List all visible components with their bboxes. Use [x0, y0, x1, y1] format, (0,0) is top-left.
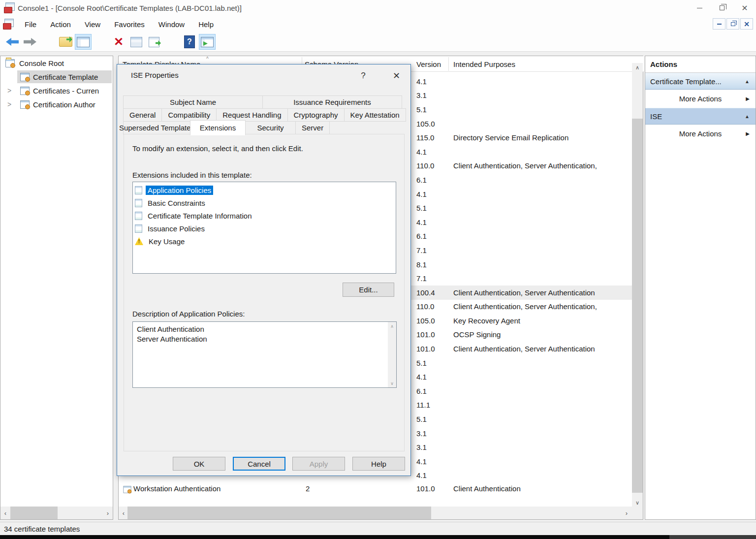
tree-item[interactable]: Certificate Template — [0, 70, 113, 84]
menu-item[interactable]: View — [78, 17, 107, 32]
column-header-purposes[interactable]: Intended Purposes — [453, 60, 515, 68]
dialog-tab[interactable]: Issuance Requirements — [262, 95, 402, 109]
list-item[interactable]: Certificate Template Information — [133, 209, 396, 222]
tree-item-label: Certificates - Curren — [33, 87, 99, 95]
scrollbar-thumb[interactable] — [10, 507, 58, 519]
separator[interactable] — [93, 34, 109, 50]
child-close-button[interactable]: ✕ — [740, 18, 753, 30]
edit-button[interactable]: Edit... — [343, 283, 394, 297]
action-section-header[interactable]: Certificate Template... ▲ — [645, 73, 756, 90]
list-horizontal-scrollbar[interactable]: ‹ › — [119, 507, 631, 519]
collapse-icon[interactable]: ▲ — [745, 114, 750, 119]
close-button[interactable]: ✕ — [733, 0, 756, 16]
version-cell: 7.1 — [416, 246, 427, 254]
restore-button[interactable] — [711, 0, 733, 16]
mmc-child-icon — [3, 19, 14, 30]
separator[interactable] — [163, 34, 180, 50]
list-item[interactable]: Issuance Policies — [133, 222, 396, 235]
collapse-icon[interactable]: ▲ — [745, 79, 750, 84]
description-scrollbar[interactable]: ∧ ∨ — [388, 322, 396, 387]
more-actions-label: More Actions — [679, 129, 722, 138]
dialog-close-button[interactable]: ✕ — [385, 68, 408, 83]
dialog-tab[interactable]: Security — [245, 121, 296, 134]
dialog-tab[interactable]: Server — [295, 121, 330, 134]
menu-item[interactable]: Window — [152, 17, 191, 32]
scroll-right-icon[interactable]: › — [103, 507, 113, 519]
dialog-help-button[interactable]: ? — [353, 68, 373, 83]
description-label: Description of Application Policies: — [132, 310, 245, 318]
help-icon[interactable] — [181, 34, 198, 50]
menu-items: FileActionViewFavoritesWindowHelp — [18, 17, 220, 32]
list-item[interactable]: Key Usage — [133, 235, 396, 248]
menu-item[interactable]: Help — [191, 17, 220, 32]
tree-item-label: Certification Author — [33, 100, 95, 109]
scroll-left-icon[interactable]: ‹ — [119, 507, 128, 519]
actions-pane: Actions Certificate Template... ▲ More A… — [645, 56, 756, 520]
list-item[interactable]: Application Policies — [133, 184, 396, 196]
tree-item[interactable]: > Certification Author — [0, 97, 113, 111]
up-one-level-icon[interactable] — [57, 34, 74, 50]
delete-icon[interactable] — [110, 34, 127, 50]
tree-item[interactable]: Console Root — [0, 56, 113, 70]
scroll-right-icon[interactable]: › — [622, 507, 631, 519]
tree-expander-icon[interactable]: > — [7, 100, 11, 108]
sort-ascending-icon[interactable]: ^ — [206, 56, 209, 62]
column-header-version[interactable]: Version — [416, 60, 441, 68]
minimize-button[interactable] — [688, 0, 711, 16]
action-section-header[interactable]: ISE ▲ — [645, 108, 756, 125]
more-actions-item[interactable]: More Actions ▶ — [645, 90, 756, 108]
cancel-button[interactable]: Cancel — [233, 457, 285, 471]
tree-item[interactable]: > Certificates - Curren — [0, 84, 113, 97]
list-vertical-scrollbar[interactable]: ∧ ∨ — [632, 63, 643, 507]
dialog-tab[interactable]: Compatibility — [161, 108, 217, 122]
certificate-template-icon — [123, 486, 131, 493]
scroll-down-icon[interactable]: ∨ — [388, 379, 396, 387]
tree-item-label: Certificate Template — [33, 73, 98, 81]
child-minimize-button[interactable] — [713, 18, 725, 30]
dialog-tab[interactable]: Extensions — [190, 120, 246, 135]
apply-button[interactable]: Apply — [292, 457, 345, 471]
mmc-app-icon — [4, 2, 15, 13]
version-cell: 6.1 — [416, 387, 427, 395]
scrollbar-thumb[interactable] — [127, 507, 431, 519]
scrollbar-thumb[interactable] — [632, 119, 643, 493]
properties-icon[interactable] — [128, 34, 145, 50]
tree-expander-icon[interactable]: > — [7, 87, 11, 95]
toolbar — [0, 32, 756, 52]
purposes-cell: Key Recovery Agent — [453, 317, 520, 325]
ok-button[interactable]: OK — [173, 457, 225, 471]
certificates-icon — [20, 87, 30, 95]
submenu-arrow-icon: ▶ — [746, 96, 750, 101]
dialog-tab[interactable]: General — [123, 108, 162, 122]
dialog-tab[interactable]: Subject Name — [123, 95, 263, 109]
forward-icon[interactable] — [22, 34, 38, 50]
table-row[interactable]: Workstation Authentication 2 101.0 Clien… — [119, 482, 632, 497]
child-restore-button[interactable] — [726, 18, 739, 30]
export-list-icon[interactable] — [146, 34, 162, 50]
menu-item[interactable]: Action — [43, 17, 78, 32]
back-icon[interactable] — [4, 34, 21, 50]
action-section-title: Certificate Template... — [650, 77, 722, 86]
version-cell: 4.1 — [416, 218, 427, 226]
scroll-up-icon[interactable]: ∧ — [632, 63, 643, 72]
separator[interactable] — [39, 34, 56, 50]
menu-item[interactable]: File — [18, 17, 43, 32]
version-cell: 4.1 — [416, 471, 427, 479]
show-action-pane-icon[interactable] — [199, 34, 216, 50]
list-item[interactable]: Basic Constraints — [133, 196, 396, 209]
scroll-up-icon[interactable]: ∧ — [388, 322, 396, 330]
extension-label: Application Policies — [146, 186, 213, 195]
help-button[interactable]: Help — [352, 457, 405, 471]
version-cell: 4.1 — [416, 457, 427, 466]
tab-row-3: Superseded TemplatesExtensionsSecuritySe… — [124, 121, 330, 135]
dialog-tab[interactable]: Superseded Templates — [123, 121, 190, 134]
more-actions-item[interactable]: More Actions ▶ — [645, 125, 756, 143]
dialog-tab[interactable]: Cryptography — [287, 108, 345, 122]
scroll-left-icon[interactable]: ‹ — [0, 507, 10, 519]
dialog-tab[interactable]: Key Attestation — [344, 108, 406, 122]
show-console-tree-icon[interactable] — [75, 34, 92, 50]
action-section-title: ISE — [650, 112, 662, 121]
menu-item[interactable]: Favorites — [107, 17, 152, 32]
dialog-tab[interactable]: Request Handling — [216, 108, 287, 122]
tree-horizontal-scrollbar[interactable]: ‹ › — [0, 507, 113, 519]
